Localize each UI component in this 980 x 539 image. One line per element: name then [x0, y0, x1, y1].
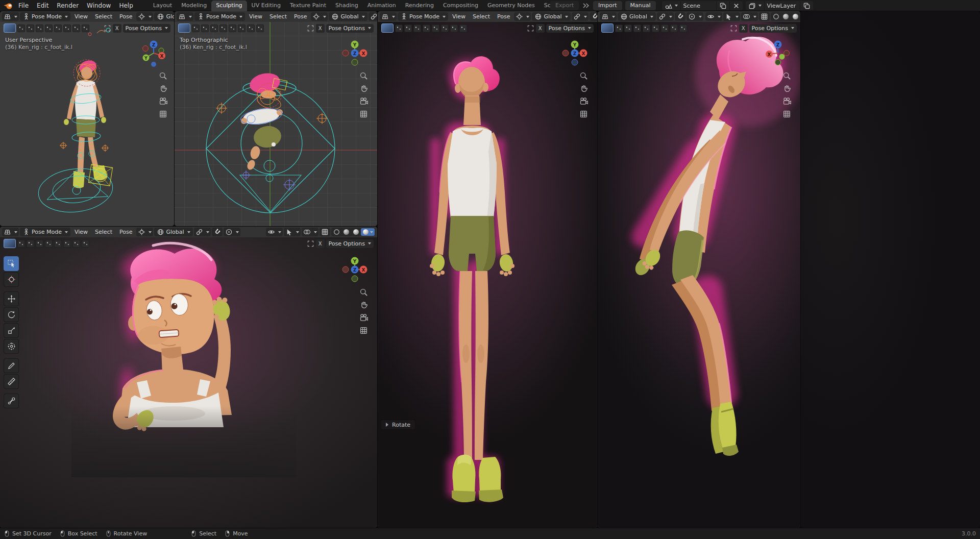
- scene-new-button[interactable]: [716, 1, 729, 10]
- navigation-gizmo[interactable]: Z X: [764, 39, 792, 67]
- pan-hand-icon[interactable]: [159, 84, 167, 93]
- brush-preset[interactable]: [72, 24, 80, 32]
- brush-preset[interactable]: [82, 240, 89, 248]
- menu-file[interactable]: File: [14, 1, 33, 10]
- gizmos-dropdown[interactable]: [723, 12, 740, 21]
- shading-solid-button[interactable]: [781, 13, 791, 20]
- brush-preset[interactable]: [27, 240, 34, 248]
- brush-preset[interactable]: [395, 24, 403, 32]
- brush-preset[interactable]: [247, 24, 255, 32]
- menu-select[interactable]: Select: [92, 13, 115, 20]
- proportional-editing-dropdown[interactable]: [687, 12, 703, 21]
- brush-preset[interactable]: [27, 24, 34, 32]
- pose-options-dropdown[interactable]: Pose Options: [326, 24, 374, 33]
- brush-preset[interactable]: [54, 24, 62, 32]
- snap-target-dropdown[interactable]: [657, 12, 674, 21]
- workspace-tab-sculpting[interactable]: Sculpting: [211, 1, 247, 11]
- menu-pose[interactable]: Pose: [494, 13, 513, 20]
- mode-dropdown[interactable]: Pose Mode: [20, 228, 70, 236]
- mirror-x-toggle[interactable]: X: [536, 24, 545, 33]
- brush-preset[interactable]: [643, 24, 650, 32]
- menu-select[interactable]: Select: [266, 13, 290, 20]
- manual-button[interactable]: Manual: [625, 1, 656, 10]
- object-visibility-dropdown[interactable]: [705, 12, 722, 21]
- snap-target-dropdown[interactable]: [194, 228, 211, 236]
- overlays-dropdown[interactable]: [741, 12, 758, 21]
- workspace-tab-geometry-nodes[interactable]: Geometry Nodes: [483, 1, 540, 11]
- brush-preset[interactable]: [45, 240, 53, 248]
- pan-hand-icon[interactable]: [359, 84, 368, 93]
- viewlayer-browse-button[interactable]: [746, 1, 764, 10]
- shading-material-button[interactable]: [791, 13, 800, 20]
- shading-wireframe-button[interactable]: [771, 13, 781, 20]
- camera-view-icon[interactable]: [359, 313, 368, 322]
- pose-options-dropdown[interactable]: Pose Options: [546, 24, 594, 33]
- brush-preset[interactable]: [450, 24, 458, 32]
- menu-view[interactable]: View: [71, 13, 91, 20]
- brush-preset[interactable]: [432, 24, 439, 32]
- brush-preset[interactable]: [441, 24, 449, 32]
- tool-select-box[interactable]: [4, 256, 19, 271]
- menu-pose[interactable]: Pose: [116, 229, 135, 235]
- brush-preset[interactable]: [17, 240, 25, 248]
- transform-orientation-dropdown[interactable]: Global: [329, 12, 367, 21]
- brush-preset[interactable]: [82, 24, 89, 32]
- xray-toggle[interactable]: [759, 12, 770, 21]
- menu-edit[interactable]: Edit: [33, 1, 53, 10]
- transform-orientation-dropdown[interactable]: Global: [618, 12, 656, 21]
- workspace-tab-uv-editing[interactable]: UV Editing: [247, 1, 285, 11]
- brush-preset[interactable]: [679, 24, 687, 32]
- workspace-tab-animation[interactable]: Animation: [363, 1, 401, 11]
- export-button[interactable]: Export: [550, 1, 579, 10]
- import-button[interactable]: Import: [593, 1, 622, 10]
- xray-toggle[interactable]: [320, 228, 330, 236]
- menu-select[interactable]: Select: [92, 229, 115, 235]
- shading-solid-button[interactable]: [341, 228, 351, 236]
- brush-preset[interactable]: [36, 240, 43, 248]
- snap-target-dropdown[interactable]: [572, 12, 589, 21]
- pan-hand-icon[interactable]: [579, 84, 588, 93]
- brush-preset[interactable]: [423, 24, 430, 32]
- brush-preset[interactable]: [17, 24, 25, 32]
- navigation-gizmo[interactable]: Y X Z: [340, 255, 369, 284]
- viewlayer-name[interactable]: ViewLayer: [764, 1, 800, 10]
- pan-hand-icon[interactable]: [782, 84, 791, 93]
- brush-preset[interactable]: [219, 24, 227, 32]
- blender-logo-icon[interactable]: [3, 2, 13, 10]
- shading-material-button[interactable]: [351, 228, 361, 236]
- viewport-canvas-front-render[interactable]: [378, 22, 597, 528]
- collapsed-buttons-chevron-icon[interactable]: [582, 2, 590, 10]
- brush-preset[interactable]: [652, 24, 659, 32]
- zoom-icon[interactable]: [579, 71, 588, 80]
- zoom-icon[interactable]: [359, 71, 368, 80]
- camera-view-icon[interactable]: [579, 97, 588, 106]
- menu-select[interactable]: Select: [470, 13, 493, 20]
- brush-preset[interactable]: [256, 24, 264, 32]
- pose-options-dropdown[interactable]: Pose Options: [326, 239, 374, 248]
- snap-toggle[interactable]: [212, 228, 223, 236]
- brush-preset[interactable]: [54, 240, 62, 248]
- mirror-x-toggle[interactable]: X: [739, 24, 748, 33]
- workspace-tab-texture-paint[interactable]: Texture Paint: [285, 1, 331, 11]
- transform-orientation-dropdown[interactable]: Global: [154, 228, 192, 236]
- active-brush-thumbnail[interactable]: [4, 239, 16, 248]
- viewlayer-new-button[interactable]: [800, 1, 813, 10]
- editor-type-button[interactable]: [380, 12, 397, 21]
- viewport-canvas-closeup[interactable]: [0, 237, 377, 528]
- brush-preset[interactable]: [72, 240, 80, 248]
- transform-orientation-dropdown[interactable]: Global: [154, 12, 174, 21]
- camera-view-icon[interactable]: [359, 97, 368, 106]
- scene-name[interactable]: Scene: [680, 1, 716, 10]
- shading-rendered-button[interactable]: [361, 228, 375, 236]
- operator-redo-panel[interactable]: Rotate: [381, 420, 415, 430]
- transform-pivot-dropdown[interactable]: [514, 12, 531, 21]
- workspace-tab-shading[interactable]: Shading: [331, 1, 363, 11]
- zoom-icon[interactable]: [782, 71, 791, 80]
- menu-render[interactable]: Render: [53, 1, 83, 10]
- mirror-x-toggle[interactable]: X: [113, 24, 121, 33]
- camera-view-icon[interactable]: [782, 97, 791, 106]
- navigation-gizmo[interactable]: Y X Z: [340, 39, 369, 67]
- panel-right-empty[interactable]: [801, 11, 980, 528]
- editor-type-button[interactable]: [2, 228, 19, 236]
- grid-toggle-icon[interactable]: [159, 110, 167, 118]
